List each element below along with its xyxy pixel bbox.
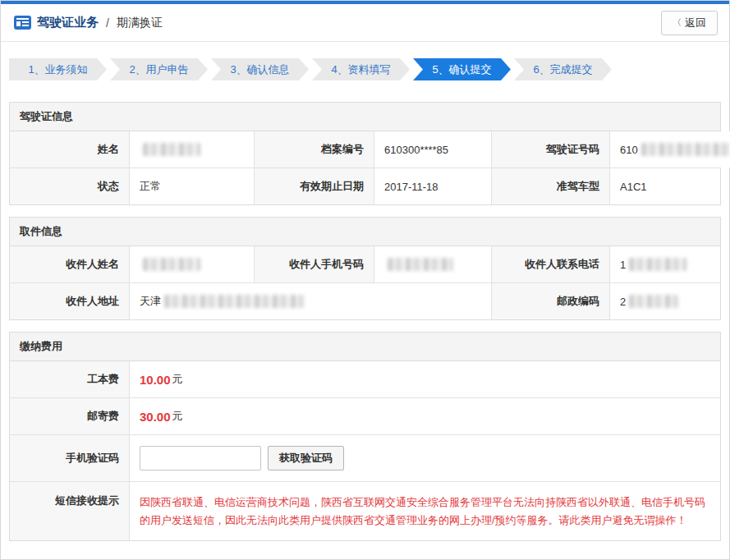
- redacted-recipient-mobile: [388, 258, 453, 271]
- pickup-section-title: 取件信息: [10, 218, 720, 246]
- table-row: 手机验证码 获取验证码: [10, 434, 720, 481]
- recipient-address-label: 收件人地址: [10, 283, 129, 319]
- sms-notice-value: 因陕西省联通、电信运营商技术问题，陕西省互联网交通安全综合服务管理平台无法向持陕…: [129, 482, 720, 540]
- redacted-recipient-address: [164, 295, 304, 308]
- cost-fee-unit: 元: [172, 372, 183, 387]
- table-row: 姓名 档案编号 610300****85 驾驶证号码 610: [10, 131, 720, 168]
- archive-no-value: 610300****85: [374, 131, 491, 168]
- sms-notice-label: 短信接收提示: [10, 482, 129, 540]
- vehicle-class-value: A1C1: [609, 168, 720, 204]
- sms-captcha-field: 获取验证码: [129, 435, 720, 481]
- step-1-business-notice[interactable]: 1、业务须知: [9, 58, 107, 80]
- postal-code-prefix: 2: [620, 296, 626, 308]
- fees-section-title: 缴纳费用: [10, 333, 720, 361]
- valid-until-label: 有效期止日期: [254, 168, 374, 204]
- recipient-address-value: 天津: [129, 283, 491, 319]
- redacted-recipient-name: [143, 258, 200, 271]
- redacted-recipient-phone: [629, 258, 686, 271]
- cost-fee-label: 工本费: [10, 361, 129, 397]
- back-button-label: 返回: [685, 16, 706, 30]
- status-value: 正常: [129, 168, 254, 204]
- recipient-phone-label: 收件人联系电话: [491, 246, 609, 282]
- archive-no-label: 档案编号: [254, 131, 374, 168]
- license-business-icon: [14, 16, 31, 30]
- table-row: 状态 正常 有效期止日期 2017-11-18 准驾车型 A1C1: [10, 168, 720, 204]
- get-captcha-button[interactable]: 获取验证码: [268, 446, 344, 470]
- page-title-sub: 期满换证: [117, 16, 163, 30]
- captcha-input[interactable]: [140, 446, 261, 470]
- fees-section: 缴纳费用 工本费 10.00元 邮寄费 30.00元 手机验证码 获取验证码 短…: [9, 332, 721, 541]
- chevron-left-icon: 〈: [673, 16, 682, 29]
- redacted-license-no: [641, 143, 730, 156]
- license-no-label: 驾驶证号码: [491, 131, 609, 168]
- page-title: 驾驶证业务 / 期满换证: [14, 15, 163, 30]
- name-value: [129, 131, 254, 168]
- cost-fee-value: 10.00元: [129, 361, 720, 397]
- postage-fee-amount: 30.00: [140, 410, 171, 424]
- license-no-value: 610: [609, 131, 730, 168]
- step-2-user-declaration[interactable]: 2、用户申告: [110, 58, 208, 80]
- header: 驾驶证业务 / 期满换证 〈 返回: [1, 4, 729, 42]
- sms-captcha-label: 手机验证码: [10, 435, 129, 481]
- table-row: 短信接收提示 因陕西省联通、电信运营商技术问题，陕西省互联网交通安全综合服务管理…: [10, 481, 720, 540]
- redacted-name: [143, 143, 200, 156]
- table-row: 收件人地址 天津 邮政编码 2: [10, 282, 720, 319]
- sms-warning-text: 因陕西省联通、电信运营商技术问题，陕西省互联网交通安全综合服务管理平台无法向持陕…: [140, 493, 710, 530]
- postal-code-label: 邮政编码: [491, 283, 609, 319]
- license-section-title: 驾驶证信息: [10, 103, 720, 131]
- step-4-fill-materials[interactable]: 4、资料填写: [312, 58, 410, 80]
- page: 驾驶证业务 / 期满换证 〈 返回 1、业务须知 2、用户申告 3、确认信息 4…: [0, 0, 730, 560]
- recipient-address-prefix: 天津: [140, 294, 161, 309]
- license-info-section: 驾驶证信息 姓名 档案编号 610300****85 驾驶证号码 610 状态 …: [9, 102, 721, 205]
- status-label: 状态: [10, 168, 129, 204]
- back-button[interactable]: 〈 返回: [661, 11, 718, 35]
- postal-code-value: 2: [609, 283, 720, 319]
- name-label: 姓名: [10, 131, 129, 168]
- table-row: 邮寄费 30.00元: [10, 397, 720, 434]
- redacted-postal-code: [629, 295, 678, 308]
- recipient-name-label: 收件人姓名: [10, 246, 129, 282]
- postage-fee-unit: 元: [172, 409, 183, 424]
- recipient-phone-prefix: 1: [620, 259, 626, 271]
- vehicle-class-label: 准驾车型: [491, 168, 609, 204]
- recipient-mobile-label: 收件人手机号码: [254, 246, 374, 282]
- license-no-prefix: 610: [620, 144, 638, 156]
- step-nav: 1、业务须知 2、用户申告 3、确认信息 4、资料填写 5、确认提交 6、完成提…: [9, 58, 721, 80]
- recipient-name-value: [129, 246, 254, 282]
- pickup-info-section: 取件信息 收件人姓名 收件人手机号码 收件人联系电话 1 收件人地址 天津 邮政…: [9, 217, 721, 320]
- page-title-main: 驾驶证业务: [37, 15, 99, 30]
- step-5-confirm-submit[interactable]: 5、确认提交: [413, 58, 511, 80]
- recipient-phone-value: 1: [609, 246, 720, 282]
- postage-fee-label: 邮寄费: [10, 398, 129, 434]
- valid-until-value: 2017-11-18: [374, 168, 491, 204]
- step-6-finish-submit[interactable]: 6、完成提交: [514, 58, 612, 80]
- cost-fee-amount: 10.00: [140, 373, 171, 387]
- table-row: 工本费 10.00元: [10, 361, 720, 397]
- title-divider: /: [106, 16, 109, 30]
- postage-fee-value: 30.00元: [129, 398, 720, 434]
- recipient-mobile-value: [374, 246, 491, 282]
- step-3-confirm-info[interactable]: 3、确认信息: [211, 58, 309, 80]
- table-row: 收件人姓名 收件人手机号码 收件人联系电话 1: [10, 246, 720, 282]
